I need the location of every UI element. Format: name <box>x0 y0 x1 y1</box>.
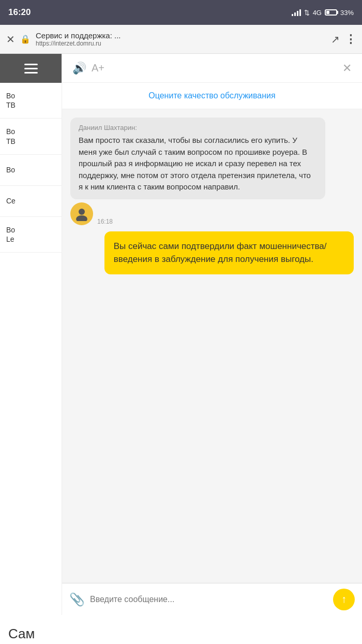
lock-icon: 🔒 <box>20 34 31 44</box>
agent-avatar-row: 16:18 <box>70 202 113 225</box>
rating-header: Оцените качество обслуживания <box>62 83 362 109</box>
network-type: 4G <box>313 9 322 17</box>
bottom-page: Самотве <box>0 615 362 644</box>
browser-close-button[interactable]: ✕ <box>6 33 15 46</box>
browser-url: https://interzet.domru.ru <box>36 40 326 47</box>
font-size-button[interactable]: A+ <box>92 62 104 74</box>
svg-point-1 <box>76 215 87 221</box>
chat-overlay: 🔊 A+ ✕ Оцените качество обслуживания Дан… <box>62 54 362 615</box>
status-bar: 16:20 ⇅ 4G 33% <box>0 0 362 25</box>
input-bar: 📎 ↑ <box>62 583 362 615</box>
acc-controls: 🔊 A+ <box>72 62 104 75</box>
signal-icon <box>292 9 301 16</box>
user-text: Вы сейчас сами подтвердили факт мошеннич… <box>114 240 344 266</box>
rating-prompt[interactable]: Оцените качество обслуживания <box>148 91 275 100</box>
agent-avatar <box>70 202 93 225</box>
user-message-wrapper: Вы сейчас сами подтвердили факт мошеннич… <box>70 231 354 274</box>
agent-message-wrapper: Даниил Шахтарин: Вам просто так сказали,… <box>70 118 354 225</box>
bottom-page-text: Самотве <box>8 625 36 644</box>
accessibility-close-button[interactable]: ✕ <box>342 62 352 75</box>
sidebar: ВоТВ ВоТВ Во Се ВоLe <box>0 54 62 615</box>
attach-button[interactable]: 📎 <box>69 592 85 607</box>
agent-bubble: Даниил Шахтарин: Вам просто так сказали,… <box>70 118 325 199</box>
sidebar-item-4-label: Се <box>6 196 16 206</box>
browser-bar: ✕ 🔒 Сервис и поддержка: ... https://inte… <box>0 25 362 54</box>
svg-point-0 <box>79 209 85 215</box>
browser-url-block[interactable]: Сервис и поддержка: ... https://interzet… <box>36 31 326 47</box>
battery-percent: 33% <box>340 9 354 17</box>
sidebar-item-5[interactable]: ВоLe <box>0 217 62 253</box>
browser-menu-button[interactable]: ⋮ <box>345 33 356 46</box>
send-icon: ↑ <box>341 593 346 605</box>
speaker-icon[interactable]: 🔊 <box>72 62 86 75</box>
main-area: ВоТВ ВоТВ Во Се ВоLe 🔊 A+ ✕ Оцените каче… <box>0 54 362 615</box>
browser-page-title: Сервис и поддержка: ... <box>36 31 326 40</box>
send-button[interactable]: ↑ <box>333 589 355 610</box>
hamburger-icon <box>24 64 38 74</box>
sidebar-item-1[interactable]: ВоТВ <box>0 83 62 119</box>
sidebar-item-5-label: ВоLe <box>6 225 15 244</box>
status-time: 16:20 <box>8 7 31 18</box>
network-arrows-icon: ⇅ <box>304 9 310 17</box>
sidebar-item-2[interactable]: ВоТВ <box>0 119 62 154</box>
sidebar-item-3[interactable]: Во <box>0 155 62 186</box>
battery-icon <box>325 9 337 16</box>
user-bubble: Вы сейчас сами подтвердили факт мошеннич… <box>104 231 354 274</box>
status-right: ⇅ 4G 33% <box>292 9 354 17</box>
sidebar-item-1-label: ВоТВ <box>6 91 16 110</box>
message-input[interactable] <box>90 595 328 604</box>
agent-avatar-icon <box>74 207 89 221</box>
sidebar-item-4[interactable]: Се <box>0 186 62 217</box>
sidebar-item-3-label: Во <box>6 165 15 174</box>
chat-messages: Даниил Шахтарин: Вам просто так сказали,… <box>62 109 362 583</box>
agent-text: Вам просто так сказали, чтобы вы согласи… <box>79 135 317 193</box>
agent-name: Даниил Шахтарин: <box>79 124 317 131</box>
sidebar-header[interactable] <box>0 54 62 83</box>
share-icon[interactable]: ↗ <box>331 33 340 46</box>
agent-time: 16:18 <box>97 218 113 225</box>
sidebar-item-2-label: ВоТВ <box>6 127 16 145</box>
accessibility-bar: 🔊 A+ ✕ <box>62 54 362 83</box>
